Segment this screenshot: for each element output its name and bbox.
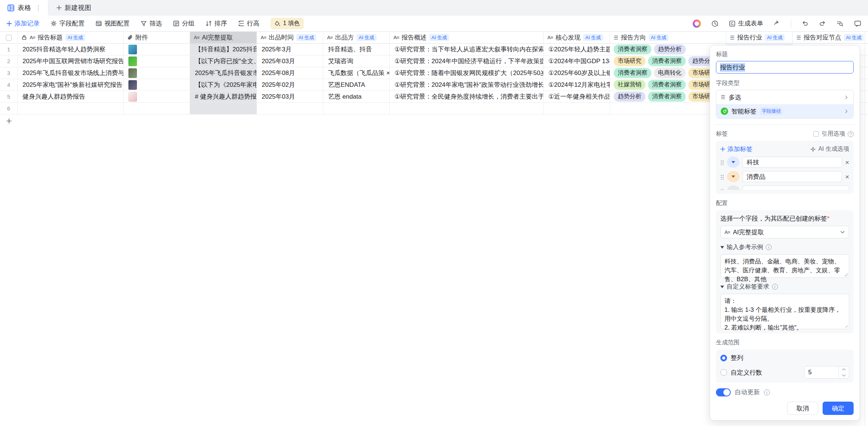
cell-ai-extract[interactable]: # 健身兴趣人群趋势报...	[190, 91, 257, 102]
cell-title[interactable]: 2025年飞瓜抖音银发市场线上消费与广...	[18, 67, 124, 79]
add-tag-button[interactable]: 添加标签	[720, 145, 752, 153]
generate-form-button[interactable]: 生成表单	[729, 19, 763, 28]
cell-finding[interactable]: ①2024年中国GDP 1349...	[544, 55, 610, 67]
select-all-checkbox[interactable]	[6, 35, 12, 41]
cell-producer[interactable]	[323, 103, 390, 114]
cell-ai-extract[interactable]: 【抖音精选】2025抖音...	[190, 44, 257, 55]
cell-title[interactable]	[18, 103, 124, 114]
tag-name-input[interactable]: 科技	[743, 157, 842, 168]
cell-direction[interactable]: 市场研究消费者洞察趋势分析	[610, 55, 726, 67]
column-header-producer[interactable]: A≡ 出品方 AI 生成	[323, 32, 390, 43]
cell-overview[interactable]: ①研究背景：全民健身热度持续增长，消费者主要出于体重管...	[390, 91, 544, 102]
attachment-thumbnail[interactable]	[128, 68, 137, 78]
column-header-attachment[interactable]: 附件	[124, 32, 190, 43]
ai-assistant-icon[interactable]	[693, 20, 701, 28]
group-button[interactable]: 分组	[173, 19, 194, 28]
share-icon[interactable]	[774, 20, 781, 27]
ref-example-textarea[interactable]: 科技、消费品、金融、电商、美妆、宠物、汽车、医疗健康、教育、房地产、文娱、零售、…	[720, 254, 849, 278]
stepper-down-icon[interactable]	[839, 372, 849, 378]
field-config-button[interactable]: 字段配置	[51, 19, 85, 28]
auto-update-toggle[interactable]	[716, 388, 731, 396]
attachment-thumbnail[interactable]	[128, 80, 137, 90]
cell-finding[interactable]: ①2025年轻人趋势主题...	[544, 44, 610, 55]
info-icon[interactable]: i	[772, 284, 778, 290]
cell-direction[interactable]: 趋势分析消费者洞察市场研究	[610, 91, 726, 102]
search-records-icon[interactable]	[836, 20, 844, 27]
cell-overview[interactable]: ①研究背景：当下年轻人从追逐宏大叙事转向内在探索，注重...	[390, 44, 544, 55]
info-icon[interactable]: i	[764, 389, 770, 395]
new-view-button[interactable]: 新建视图	[48, 0, 99, 15]
cell-ai-extract[interactable]: 2025年飞瓜抖音银发市...	[190, 67, 257, 79]
cell-producer[interactable]: 飞瓜数据（飞瓜品策 × ...	[323, 67, 390, 79]
column-header-report-node[interactable]: ☰ 报告对应节点 AI 生成	[793, 32, 868, 43]
column-header-report-title[interactable]: A≡ 报告标题 AI 生成	[18, 32, 124, 43]
cell-ai-extract[interactable]	[190, 103, 257, 114]
cell-finding[interactable]	[544, 103, 610, 114]
cell-date[interactable]: 2025年03月	[257, 91, 323, 102]
row-height-button[interactable]: 行高	[238, 19, 259, 28]
comment-icon[interactable]	[854, 20, 861, 27]
quote-options-checkbox[interactable]	[813, 131, 819, 137]
cell-title[interactable]: 健身兴趣人群趋势报告	[18, 91, 124, 102]
cell-finding[interactable]: ①近一年健身相关作品...	[544, 91, 610, 102]
attachment-thumbnail[interactable]	[128, 57, 137, 66]
row-count-value[interactable]: 5	[805, 367, 838, 378]
fill-color-button[interactable]: 1 填色	[271, 18, 304, 29]
cell-date[interactable]: 2025年08月	[257, 67, 323, 79]
cell-attachment[interactable]	[124, 67, 190, 79]
radio-unselected-icon[interactable]	[720, 369, 727, 376]
cell-overview[interactable]: ①研究背景：2024年中国经济平稳运行，下半年政策提振消费...	[390, 55, 544, 67]
cell-overview[interactable]: ①研究背景：随着中国银发网民规模扩大（2025年50岁+网民...	[390, 67, 544, 79]
cell-overview[interactable]: ①研究背景：2024年家电"国补"政策带动行业强劲增长，但202...	[390, 79, 544, 91]
confirm-button[interactable]: 确定	[823, 402, 854, 415]
cell-producer[interactable]: 抖音精选、抖音	[323, 44, 390, 55]
resize-handle[interactable]	[844, 324, 848, 328]
row-count-input[interactable]: 5	[804, 366, 849, 379]
add-record-button[interactable]: 添加记录	[7, 19, 39, 28]
cell-producer[interactable]: 艺恩ENDATA	[323, 79, 390, 91]
view-config-button[interactable]: 视图配置	[96, 19, 130, 28]
custom-req-toggle[interactable]: 自定义标签要求 i	[720, 283, 849, 291]
column-header-report-industry[interactable]: ☰ 报告行业 AI 生成	[726, 32, 793, 43]
history-icon[interactable]	[711, 20, 719, 27]
cell-date[interactable]	[257, 103, 323, 114]
column-header-key-findings[interactable]: A≡ 核心发现 AI 生成	[544, 32, 610, 43]
column-header-overview[interactable]: A≡ 报告概述 AI 生成	[390, 32, 544, 43]
redo-icon[interactable]	[819, 20, 826, 27]
custom-req-textarea[interactable]: 请： 1. 输出 1-3 个最相关行业，按重要度降序，用中文逗号分隔。 2. 若…	[720, 294, 849, 329]
drag-handle-icon[interactable]	[720, 160, 724, 165]
filter-button[interactable]: 筛选	[141, 19, 162, 28]
cell-date[interactable]: 2025年03月	[257, 55, 323, 67]
cell-direction[interactable]: 消费者洞察电商转化市场研究	[610, 67, 726, 79]
remove-tag-icon[interactable]: ×	[845, 173, 849, 180]
cell-date[interactable]: 2025年3月	[257, 44, 323, 55]
cell-overview[interactable]	[390, 103, 544, 114]
cell-title[interactable]: 2025年中国互联网营销市场研究报告	[18, 55, 124, 67]
remove-tag-icon[interactable]: ×	[845, 159, 849, 166]
tag-color-picker[interactable]	[727, 157, 740, 168]
ref-example-toggle[interactable]: 输入参考示例 i	[720, 243, 849, 251]
help-icon[interactable]: ?	[848, 131, 854, 137]
attachment-thumbnail[interactable]	[128, 92, 137, 102]
resize-handle[interactable]	[844, 273, 848, 276]
undo-icon[interactable]	[802, 20, 809, 27]
cell-ai-extract[interactable]: 【以下为《2025年家电"...	[190, 79, 257, 91]
cell-finding[interactable]: ①2024年12月家电社零...	[544, 79, 610, 91]
ai-generate-options-button[interactable]: AI 生成选项	[810, 145, 849, 153]
source-field-select[interactable]: A≡ AI完整提取	[720, 226, 849, 238]
cancel-button[interactable]: 取消	[787, 402, 818, 415]
cell-finding[interactable]: ①2025年60岁及以上银...	[544, 67, 610, 79]
cell-attachment[interactable]	[124, 91, 190, 102]
cell-direction[interactable]: 社媒营销消费者洞察市场研究	[610, 79, 726, 91]
field-title-input[interactable]: 报告行业	[716, 61, 854, 74]
cell-attachment[interactable]	[124, 79, 190, 91]
info-icon[interactable]: i	[766, 244, 772, 250]
range-custom-option[interactable]: 自定义行数 5	[720, 366, 849, 379]
cell-ai-extract[interactable]: 【以下内容已按"全文、...	[190, 55, 257, 67]
field-type-multiselect[interactable]: ☰ 多选	[716, 90, 853, 104]
sort-button[interactable]: 排序	[206, 19, 227, 28]
cell-direction[interactable]	[610, 103, 726, 114]
range-full-option[interactable]: 整列	[720, 354, 849, 362]
view-tab-grid[interactable]: 表格 ⋮	[0, 0, 48, 16]
column-header-report-direction[interactable]: ☰ 报告方向 AI 生成	[610, 32, 726, 43]
